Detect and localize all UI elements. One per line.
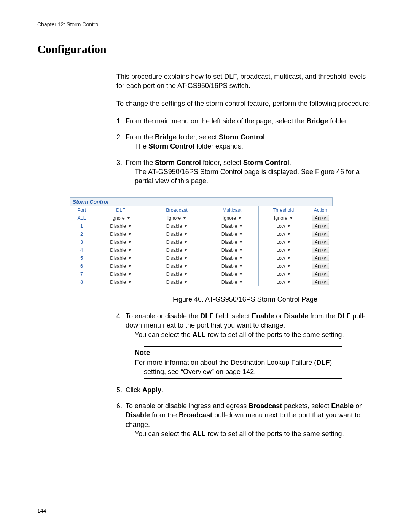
threshold-cell: Low [259,254,308,262]
threshold-dropdown[interactable]: Low [272,248,295,253]
dropdown-value: Disable [110,264,126,269]
threshold-dropdown[interactable]: Low [272,232,295,237]
broadcast-dropdown[interactable]: Disable [165,248,189,253]
dropdown-value: Disable [166,256,182,261]
chevron-down-icon [239,257,242,259]
text: folder expands. [194,142,243,150]
chevron-down-icon [287,273,290,275]
dlf-dropdown[interactable]: Ignore [109,216,132,221]
apply-button[interactable]: Apply [312,271,330,277]
multicast-cell: Disable [206,254,259,262]
broadcast-cell: Disable [148,230,206,238]
dlf-dropdown[interactable]: Disable [109,248,132,253]
broadcast-dropdown[interactable]: Disable [165,224,189,229]
action-cell: Apply [308,238,333,246]
apply-button[interactable]: Apply [312,247,330,253]
apply-button[interactable]: Apply [312,223,330,229]
threshold-dropdown[interactable]: Ignore [272,216,295,221]
text-bold: Bridge [155,133,177,141]
dlf-dropdown[interactable]: Disable [109,224,132,229]
table-row: 6DisableDisableDisableLowApply [70,262,333,270]
dlf-dropdown[interactable]: Disable [109,280,132,285]
chevron-down-icon [287,225,290,227]
text: . [265,133,267,141]
multicast-dropdown[interactable]: Disable [220,224,244,229]
figure-caption: Figure 46. AT-GS950/16PS Storm Control P… [116,295,374,304]
multicast-dropdown[interactable]: Disable [220,280,244,285]
dlf-dropdown[interactable]: Disable [109,264,132,269]
chevron-down-icon [184,281,187,283]
table-row: 1DisableDisableDisableLowApply [70,222,333,230]
multicast-dropdown[interactable]: Disable [220,232,244,237]
dropdown-value: Ignore [111,216,124,221]
multicast-dropdown[interactable]: Disable [220,264,244,269]
dropdown-value: Disable [221,248,237,253]
table-row: 7DisableDisableDisableLowApply [70,270,333,278]
text: To enable or disable the [126,312,200,320]
dropdown-value: Disable [110,232,126,237]
text: or [354,402,362,410]
multicast-dropdown[interactable]: Disable [220,272,244,277]
multicast-dropdown[interactable]: Disable [220,248,244,253]
broadcast-cell: Disable [148,246,206,254]
threshold-dropdown[interactable]: Low [272,272,295,277]
port-cell: 2 [70,230,93,238]
dlf-cell: Disable [93,262,148,270]
apply-button[interactable]: Apply [312,255,330,261]
chevron-down-icon [290,217,293,219]
apply-button[interactable]: Apply [312,279,330,285]
dlf-dropdown[interactable]: Disable [109,256,132,261]
action-cell: Apply [308,214,333,222]
chevron-down-icon [128,225,131,227]
apply-button[interactable]: Apply [312,263,330,269]
dlf-dropdown[interactable]: Disable [109,232,132,237]
broadcast-dropdown[interactable]: Disable [165,232,189,237]
broadcast-cell: Disable [148,238,206,246]
apply-button[interactable]: Apply [312,239,330,245]
dropdown-value: Disable [110,272,126,277]
broadcast-dropdown[interactable]: Disable [165,272,189,277]
broadcast-dropdown[interactable]: Ignore [165,216,189,221]
text-bold: Storm Control [148,142,194,150]
dlf-dropdown[interactable]: Disable [109,240,132,245]
col-broadcast: Broadcast [148,206,206,214]
broadcast-dropdown[interactable]: Disable [165,256,189,261]
broadcast-dropdown[interactable]: Disable [165,240,189,245]
multicast-dropdown[interactable]: Disable [220,256,244,261]
apply-button[interactable]: Apply [312,231,330,237]
action-cell: Apply [308,222,333,230]
text: row to set all of the ports to the same … [206,331,344,339]
threshold-cell: Low [259,270,308,278]
dlf-cell: Disable [93,238,148,246]
note-label: Note [144,348,342,357]
dropdown-value: Ignore [274,216,287,221]
threshold-dropdown[interactable]: Low [272,280,295,285]
chevron-down-icon [184,249,187,251]
threshold-dropdown[interactable]: Low [272,240,295,245]
action-cell: Apply [308,262,333,270]
threshold-dropdown[interactable]: Low [272,224,295,229]
threshold-dropdown[interactable]: Low [272,256,295,261]
multicast-dropdown[interactable]: Ignore [220,216,244,221]
broadcast-dropdown[interactable]: Disable [165,280,189,285]
text: . [161,386,163,394]
table-row: 5DisableDisableDisableLowApply [70,254,333,262]
threshold-dropdown[interactable]: Low [272,264,295,269]
text: From the [126,159,155,166]
dropdown-value: Disable [166,264,182,269]
dropdown-value: Disable [166,248,182,253]
dropdown-value: Disable [221,264,237,269]
apply-button[interactable]: Apply [312,215,330,221]
broadcast-dropdown[interactable]: Disable [165,264,189,269]
chevron-down-icon [184,273,187,275]
dlf-dropdown[interactable]: Disable [109,272,132,277]
threshold-cell: Low [259,222,308,230]
port-cell: 7 [70,270,93,278]
dlf-cell: Disable [93,278,148,286]
multicast-dropdown[interactable]: Disable [220,240,244,245]
broadcast-cell: Disable [148,262,206,270]
port-cell: 6 [70,262,93,270]
page-number: 144 [37,508,46,514]
multicast-cell: Disable [206,278,259,286]
text: Click [126,386,142,394]
